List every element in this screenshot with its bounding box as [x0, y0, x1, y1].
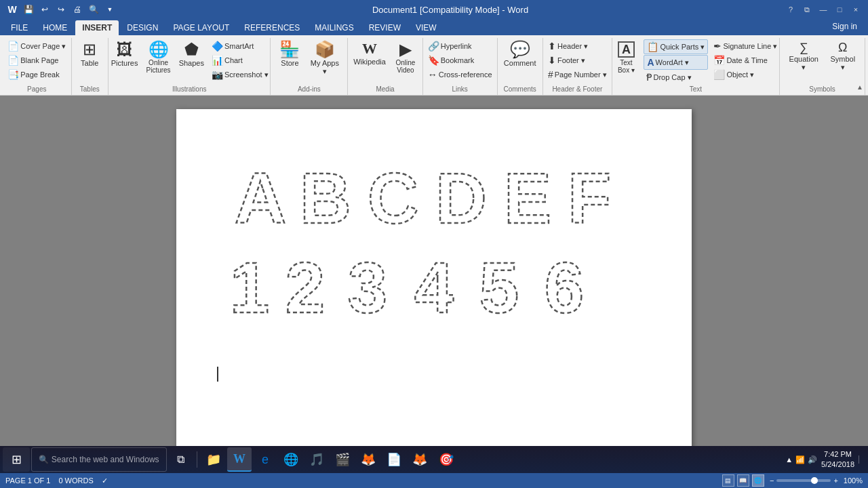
svg-text:5: 5 — [479, 248, 519, 319]
zoom-in-button[interactable]: + — [833, 476, 837, 485]
header-button[interactable]: ⬆ Header ▾ — [545, 39, 610, 53]
header-footer-label: Header & Footer — [547, 84, 608, 95]
cross-reference-icon: ↔ — [428, 69, 437, 80]
equation-button[interactable]: ∑ Equation ▾ — [784, 39, 824, 74]
signature-line-button[interactable]: ✒ Signature Line ▾ — [711, 39, 780, 53]
drop-cap-button[interactable]: Ᵽ Drop Cap ▾ — [644, 70, 708, 84]
search-placeholder: 🔍 Search the web and Windows — [39, 455, 159, 464]
tab-home[interactable]: HOME — [36, 20, 74, 35]
print-layout-button[interactable]: ▤ — [722, 474, 734, 487]
text-label: Text — [616, 84, 775, 95]
customize-qa-button[interactable]: ▼ — [103, 3, 117, 16]
hyperlink-button[interactable]: 🔗 Hyperlink — [425, 39, 495, 53]
start-button[interactable]: ⊞ — [3, 447, 30, 472]
pages-label: Pages — [7, 84, 67, 95]
footer-button[interactable]: ⬇ Footer ▾ — [545, 54, 610, 67]
cover-page-button[interactable]: 📄 Cover Page ▾ — [5, 39, 68, 53]
redo-button[interactable]: ↪ — [54, 3, 68, 16]
tab-mailings[interactable]: MAILINGS — [308, 20, 360, 35]
show-hidden-icons[interactable]: ▲ — [785, 455, 793, 464]
taskbar-firefox[interactable]: 🦊 — [408, 447, 432, 472]
comments-label: Comments — [502, 84, 538, 95]
taskbar-app7[interactable]: 📄 — [382, 447, 406, 472]
online-pictures-button[interactable]: 🌐 OnlinePictures — [143, 39, 174, 76]
footer-icon: ⬇ — [548, 55, 556, 66]
proofing-icon[interactable]: ✓ — [102, 476, 108, 485]
chart-button[interactable]: 📊 Chart — [209, 54, 271, 67]
save-button[interactable]: 💾 — [22, 3, 35, 16]
my-apps-button[interactable]: 📦 My Apps ▾ — [306, 39, 343, 78]
ribbon-display-button[interactable]: ⧉ — [800, 3, 814, 16]
task-view-button[interactable]: ⧉ — [168, 447, 193, 472]
taskbar-app5[interactable]: 🎬 — [330, 447, 355, 472]
taskbar-app9[interactable]: 🎯 — [433, 447, 458, 472]
screenshot-button[interactable]: 📷 Screenshot ▾ — [209, 68, 271, 81]
bookmark-button[interactable]: 🔖 Bookmark — [425, 54, 495, 67]
taskbar-clock[interactable]: 7:42 PM 5/24/2018 — [821, 449, 854, 470]
taskbar-explorer[interactable]: 📁 — [201, 447, 226, 472]
tab-design[interactable]: DESIGN — [120, 20, 165, 35]
zoom-out-button[interactable]: − — [770, 476, 774, 485]
tab-file[interactable]: FILE — [4, 20, 35, 35]
quick-parts-button[interactable]: 📋 Quick Parts ▾ — [644, 39, 708, 54]
close-button[interactable]: × — [849, 3, 863, 16]
taskbar-chrome[interactable]: 🌐 — [279, 447, 303, 472]
title-bar-left: W 💾 ↩ ↪ 🖨 🔍 ▼ — [5, 3, 117, 16]
date-time-button[interactable]: 📅 Date & Time — [711, 54, 780, 67]
ribbon-collapse-button[interactable]: ▲ — [854, 81, 865, 92]
search-button[interactable]: 🔍 — [87, 3, 100, 16]
document-page[interactable]: A B C D E F — [176, 109, 692, 462]
screenshot-icon: 📷 — [212, 69, 223, 80]
pictures-button[interactable]: 🖼 Pictures — [108, 39, 142, 69]
print-button[interactable]: 🖨 — [71, 3, 84, 16]
taskbar-app6[interactable]: 🦊 — [356, 447, 380, 472]
taskbar-search[interactable]: 🔍 Search the web and Windows — [31, 447, 167, 472]
online-video-button[interactable]: ▶ OnlineVideo — [391, 39, 420, 76]
smartart-button[interactable]: 🔷 SmartArt — [209, 39, 271, 53]
taskbar-app4[interactable]: 🎵 — [304, 447, 329, 472]
network-icon[interactable]: 📶 — [795, 455, 805, 464]
sign-in-button[interactable]: Sign in — [825, 19, 864, 34]
volume-icon[interactable]: 🔊 — [808, 455, 817, 464]
equation-icon: ∑ — [800, 41, 808, 54]
table-button[interactable]: ⊞ Table — [75, 39, 104, 69]
page-break-button[interactable]: 📑 Page Break — [5, 68, 68, 81]
wikipedia-button[interactable]: W Wikipedia — [350, 39, 389, 68]
object-button[interactable]: ⬜ Object ▾ — [711, 68, 780, 81]
letter-A: A — [231, 157, 290, 230]
explorer-icon: 📁 — [206, 452, 221, 467]
page-number-button[interactable]: # Page Number ▾ — [545, 68, 610, 81]
taskbar-word[interactable]: W — [227, 447, 252, 472]
wordart-button[interactable]: A WordArt ▾ — [644, 55, 708, 70]
start-icon: ⊞ — [12, 452, 22, 467]
maximize-button[interactable]: □ — [833, 3, 846, 16]
tab-review[interactable]: REVIEW — [362, 20, 408, 35]
links-label: Links — [427, 84, 493, 95]
comment-button[interactable]: 💬 Comment — [500, 39, 540, 69]
tab-page-layout[interactable]: PAGE LAYOUT — [166, 20, 236, 35]
taskbar-edge[interactable]: e — [253, 447, 277, 472]
reading-view-button[interactable]: 📖 — [737, 474, 749, 487]
help-button[interactable]: ? — [784, 3, 797, 16]
store-button[interactable]: 🏪 Store — [275, 39, 304, 69]
web-layout-button[interactable]: 🌐 — [752, 474, 764, 487]
symbol-button[interactable]: Ω Symbol ▾ — [825, 39, 861, 74]
zoom-track[interactable] — [776, 479, 831, 482]
firefox-icon: 🦊 — [412, 452, 427, 467]
undo-button[interactable]: ↩ — [38, 3, 52, 16]
blank-page-button[interactable]: 📄 Blank Page — [5, 54, 68, 67]
zoom-slider[interactable]: − + — [770, 476, 838, 485]
tab-insert[interactable]: INSERT — [75, 20, 119, 35]
svg-text:B: B — [300, 159, 351, 230]
tab-view[interactable]: VIEW — [409, 20, 443, 35]
bookmark-icon: 🔖 — [428, 55, 439, 66]
shapes-button[interactable]: ⬟ Shapes — [176, 39, 208, 69]
tab-references[interactable]: REFERENCES — [237, 20, 307, 35]
illustrations-label: Illustrations — [113, 84, 267, 95]
text-box-button[interactable]: A TextBox ▾ — [611, 39, 641, 76]
show-desktop-button[interactable] — [859, 455, 863, 464]
minimize-button[interactable]: — — [816, 3, 830, 16]
cross-reference-button[interactable]: ↔ Cross-reference — [425, 68, 495, 81]
my-apps-icon: 📦 — [315, 41, 335, 58]
ribbon-group-text: A TextBox ▾ 📋 Quick Parts ▾ A WordArt ▾ … — [612, 38, 780, 95]
